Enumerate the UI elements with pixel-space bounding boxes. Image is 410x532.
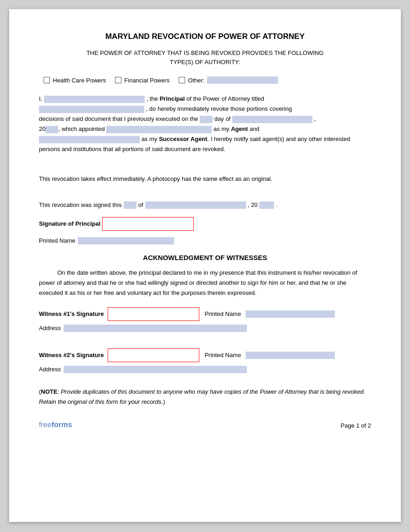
financial-checkbox-item[interactable]: Financial Powers	[115, 77, 169, 84]
signed-day-field[interactable]	[124, 201, 137, 209]
witness1-printed-field[interactable]	[246, 310, 335, 318]
comma-text: , 20	[248, 201, 258, 208]
printed-name-row: Printed Name	[39, 237, 371, 244]
day-field[interactable]	[200, 116, 213, 123]
witness2-address-label: Address	[39, 366, 61, 373]
twenty-text: 20	[39, 125, 45, 132]
of-text: of	[138, 201, 143, 208]
signed-line: This revocation was signed this of , 20 …	[39, 201, 371, 209]
logo-forms: forms	[52, 421, 72, 429]
signed-month-field[interactable]	[145, 201, 246, 209]
witness1-sig-box[interactable]	[108, 307, 199, 321]
health-care-checkbox-item[interactable]: Health Care Powers	[44, 77, 106, 84]
do-hereby-text: , do hereby immediately revoke those por…	[146, 105, 292, 112]
other-input[interactable]	[207, 76, 278, 84]
principal-sig-row: Signature of Principal	[39, 217, 371, 231]
printed-name-label: Printed Name	[39, 237, 75, 244]
document-page: MARYLAND REVOCATION OF POWER OF ATTORNEY…	[9, 9, 401, 522]
principal-sig-label: Signature of Principal	[39, 220, 100, 227]
principal-sig-box[interactable]	[102, 217, 194, 231]
footer: freeforms Page 1 of 2	[39, 421, 371, 429]
witness1-sig-label: Witness #1's Signature	[39, 310, 104, 317]
printed-name-field[interactable]	[78, 237, 174, 244]
signed-year-field[interactable]	[259, 201, 274, 209]
witness2-printed-label: Printed Name	[205, 352, 241, 358]
note-bold: NOTE	[41, 388, 57, 395]
other-checkbox[interactable]	[179, 77, 185, 83]
day-of-text: day of	[214, 115, 230, 122]
witness2-sig-label: Witness #2's Signature	[39, 352, 104, 358]
subtitle: THE POWER OF ATTORNEY THAT IS BEING REVO…	[39, 49, 371, 66]
other-checkbox-item[interactable]: Other:	[179, 76, 278, 84]
acknowledgment-paragraph: On the date written above, the principal…	[39, 268, 371, 298]
witness1-address-label: Address	[39, 325, 61, 331]
year-field[interactable]	[45, 126, 58, 133]
period-text: .	[276, 201, 278, 208]
comma-text: ,	[314, 115, 316, 122]
decisions-text: decisions of said document that I previo…	[39, 115, 198, 122]
agent-name-field[interactable]	[106, 126, 212, 133]
as-my-agent-text: as my Agent and	[213, 125, 259, 132]
poa-title-field[interactable]	[39, 106, 144, 113]
witness2-sig-box[interactable]	[108, 348, 199, 362]
witness2-address-field[interactable]	[64, 366, 247, 373]
acknowledgment-title: ACKNOWLEDGMENT OF WITNESSES	[39, 254, 371, 261]
other-label: Other:	[188, 77, 204, 84]
body-paragraph-1: I, , the Principal of the Power of Attor…	[39, 94, 371, 155]
witness1-printed-label: Printed Name	[205, 310, 241, 317]
page-title: MARYLAND REVOCATION OF POWER OF ATTORNEY	[39, 32, 371, 41]
i-text: I,	[39, 95, 42, 102]
principal-name-field[interactable]	[44, 96, 145, 103]
page-number: Page 1 of 2	[341, 422, 372, 429]
principal-text: , the Principal of the Power of Attorney…	[146, 95, 264, 102]
witness2-address-row: Address	[39, 366, 371, 373]
which-appointed-text: , which appointed	[58, 125, 104, 132]
logo-free: free	[39, 421, 52, 429]
financial-label: Financial Powers	[124, 77, 169, 84]
authority-row: Health Care Powers Financial Powers Othe…	[44, 76, 371, 84]
health-care-label: Health Care Powers	[53, 77, 106, 84]
month-year-field[interactable]	[232, 116, 312, 123]
witness1-address-row: Address	[39, 325, 371, 332]
witness2-printed-field[interactable]	[246, 352, 335, 359]
witness1-address-field[interactable]	[64, 325, 247, 332]
freeforms-logo: freeforms	[39, 421, 72, 429]
revocation-note: This revocation takes effect immediately…	[39, 174, 371, 184]
successor-agent-field[interactable]	[39, 136, 140, 143]
witness1-sig-row: Witness #1's Signature Printed Name	[39, 307, 371, 321]
note-section: (NOTE: Provide duplicates of this docume…	[39, 387, 371, 407]
note-italic: : Provide duplicates of this document to…	[39, 388, 365, 405]
witness2-sig-row: Witness #2's Signature Printed Name	[39, 348, 371, 362]
health-care-checkbox[interactable]	[44, 77, 50, 83]
signed-this-text: This revocation was signed this	[39, 201, 122, 208]
financial-checkbox[interactable]	[115, 77, 121, 83]
